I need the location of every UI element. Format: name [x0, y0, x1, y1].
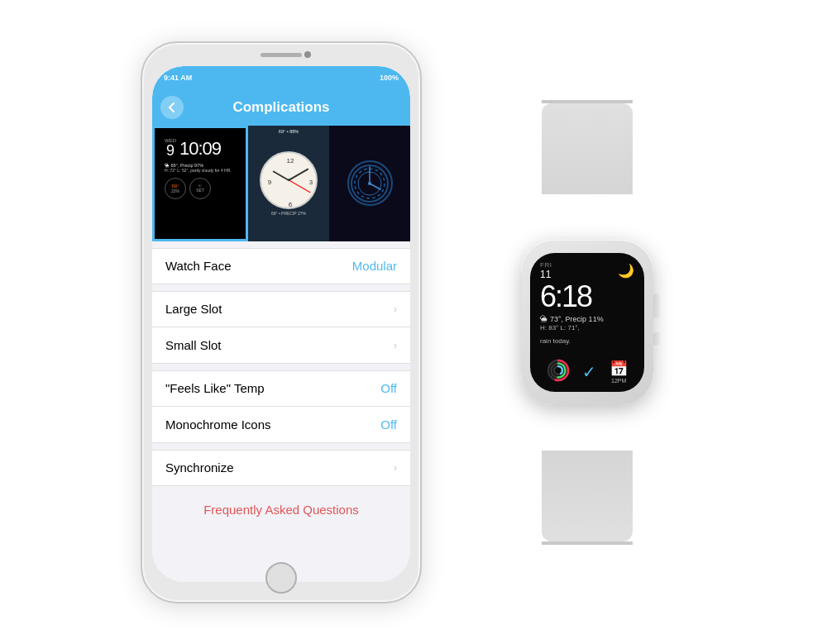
watch-comp-checkmark: ✓ [582, 362, 596, 382]
section-slots: Large Slot › Small Slot › [152, 291, 410, 364]
faq-section: Frequently Asked Questions [152, 503, 410, 517]
iphone-screen-container: 9:41 AM 100% Complications [152, 66, 410, 582]
section-toggles: "Feels Like" Temp Off Monochrome Icons O… [152, 370, 410, 443]
watch-side-button[interactable] [653, 332, 660, 346]
row-label-monochrome: Monochrome Icons [165, 417, 380, 432]
watch-weather-main: 🌦 73°, Precip 11% [540, 315, 634, 323]
clock-center [288, 179, 290, 181]
settings-scroll[interactable]: Watch Face Modular Large Slot › Small Sl… [152, 241, 410, 582]
row-large-slot[interactable]: Large Slot › [152, 291, 410, 327]
row-value-feels-like: Off [380, 381, 397, 395]
watch-weather-sub1: H: 83° L: 71°, [540, 324, 634, 332]
nav-title: Complications [232, 99, 329, 116]
analog-weather: 69° • PRECIP 27% [271, 211, 306, 216]
modular-time: 10:09 [179, 138, 221, 160]
iphone-camera [304, 51, 311, 58]
watch-time: 6:18 [540, 282, 634, 312]
back-button[interactable] [160, 96, 184, 119]
modular-weather-sub: H: 72° L: 52°, partly cloudy for 4 HR. [165, 168, 236, 173]
watch-comps-row: ✓ 📅 12PM [540, 359, 634, 385]
modular-comp1: 69° 22% [165, 178, 186, 199]
watch-band-top [542, 103, 633, 194]
status-bar: 9:41 AM 100% [152, 66, 410, 89]
row-label-watch-face: Watch Face [165, 259, 352, 273]
row-label-small-slot: Small Slot [165, 338, 389, 352]
section-sync: Synchronize › [152, 450, 410, 486]
svg-line-8 [370, 184, 380, 189]
watch-face-dark[interactable] [329, 126, 410, 241]
row-value-watch-face: Modular [352, 259, 397, 273]
section-watch-face: Watch Face Modular [152, 248, 410, 284]
faq-link[interactable]: Frequently Asked Questions [203, 503, 359, 517]
modular-comp2: ⏱ SET [189, 178, 211, 199]
scene: 9:41 AM 100% Complications [0, 0, 827, 644]
watch-faces-strip: WED 9 10:09 🌦 69°, Precip 97% H: 72° L: … [152, 126, 410, 241]
iphone-screen: 9:41 AM 100% Complications [152, 66, 410, 582]
row-monochrome-icons[interactable]: Monochrome Icons Off [152, 407, 410, 443]
row-feels-like[interactable]: "Feels Like" Temp Off [152, 370, 410, 407]
modular-date: WED 9 [165, 138, 176, 159]
chevron-small-slot: › [394, 339, 397, 351]
svg-text:3: 3 [309, 179, 313, 186]
moon-icon: 🌙 [618, 263, 634, 279]
row-value-monochrome: Off [380, 417, 397, 432]
apple-watch-device: FRI 11 🌙 6:18 🌦 73°, Precip 11% H: 83° L… [488, 182, 686, 463]
nav-bar: Complications [152, 89, 410, 126]
row-label-synchronize: Synchronize [165, 460, 389, 475]
status-battery: 100% [380, 74, 399, 82]
row-watch-face[interactable]: Watch Face Modular [152, 248, 410, 284]
watch-face-analog[interactable]: 69° • 88% 12 3 6 9 [248, 126, 329, 241]
watch-comp-calendar: 📅 12PM [609, 360, 628, 384]
row-small-slot[interactable]: Small Slot › [152, 327, 410, 364]
iphone-speaker [261, 53, 302, 57]
watch-crown[interactable] [653, 293, 660, 318]
watch-top-row: FRI 11 🌙 [540, 261, 634, 280]
svg-text:6: 6 [289, 201, 293, 208]
svg-point-9 [368, 182, 371, 185]
row-synchronize[interactable]: Synchronize › [152, 450, 410, 486]
chevron-synchronize: › [394, 461, 397, 474]
analog-clock: 12 3 6 9 [260, 151, 318, 209]
chevron-large-slot: › [394, 303, 397, 315]
watch-body: FRI 11 🌙 6:18 🌦 73°, Precip 11% H: 83° L… [521, 240, 653, 405]
watch-screen: FRI 11 🌙 6:18 🌦 73°, Precip 11% H: 83° L… [530, 253, 644, 392]
status-time: 9:41 AM [164, 74, 192, 82]
watch-day-date: FRI 11 [540, 261, 552, 280]
watch-band-bottom [542, 451, 633, 541]
iphone-home-button[interactable] [265, 562, 297, 594]
band-notch-top [542, 100, 633, 103]
watch-day: FRI [540, 261, 552, 269]
row-label-large-slot: Large Slot [165, 302, 389, 316]
band-notch-bottom [542, 541, 633, 545]
svg-text:12: 12 [287, 157, 294, 165]
watch-face-modular[interactable]: WED 9 10:09 🌦 69°, Precip 97% H: 72° L: … [152, 126, 248, 241]
watch-comp-activity [547, 359, 570, 385]
analog-temp-top: 69° • 88% [248, 129, 329, 134]
svg-text:9: 9 [268, 179, 272, 186]
row-label-feels-like: "Feels Like" Temp [165, 381, 380, 395]
iphone-device: 9:41 AM 100% Complications [141, 41, 422, 603]
watch-weather-sub2: rain today. [540, 337, 634, 346]
watch-cal-label: 12PM [611, 378, 626, 384]
dark-circle [347, 160, 393, 206]
watch-date-num: 11 [540, 269, 551, 280]
